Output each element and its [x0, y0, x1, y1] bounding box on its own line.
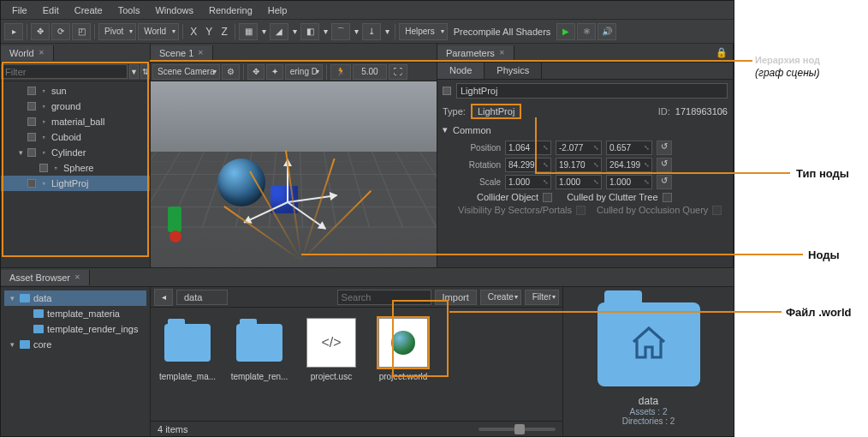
folder-tree-item[interactable]: ▾data [4, 290, 146, 306]
rotation-y[interactable]: 19.170 [556, 158, 602, 172]
cylinder-object[interactable] [168, 207, 181, 232]
collider-label: Collider Object [477, 192, 538, 202]
tab-parameters[interactable]: Parameters✕ [437, 45, 514, 61]
hierarchy-node[interactable]: ▾▫Cylinder [1, 145, 150, 160]
scale-tool[interactable]: ◰ [72, 23, 91, 40]
menu-rendering[interactable]: Rendering [201, 3, 260, 18]
occlusion-checkbox[interactable] [712, 206, 722, 215]
scale-z[interactable]: 1.000 [606, 175, 652, 189]
browser-filter[interactable]: Filter [525, 290, 559, 305]
hierarchy-node[interactable]: ▫ground [1, 99, 150, 114]
physics-icon[interactable]: ⚛ [577, 23, 596, 40]
hierarchy-node[interactable]: ▫LightProj [1, 176, 150, 191]
move-icon[interactable]: ✥ [247, 64, 265, 80]
rotation-label: Rotation [456, 160, 501, 170]
axis-x[interactable]: X [187, 26, 200, 38]
close-icon[interactable]: ✕ [74, 273, 80, 281]
reset-rotation[interactable]: ↺ [657, 158, 672, 172]
browser-tree[interactable]: ▾datatemplate_materiatemplate_render_ing… [1, 287, 151, 436]
breadcrumb[interactable]: data [176, 290, 228, 305]
close-icon[interactable]: ✕ [499, 49, 505, 57]
browser-search[interactable] [337, 290, 431, 305]
section-common[interactable]: Common [453, 125, 491, 135]
hierarchy-tree[interactable]: ▫sun ▫ground ▫material_ball ▫Cuboid▾▫Cyl… [1, 81, 150, 267]
folder-tree-item[interactable]: template_render_ings [4, 321, 146, 337]
asset-item[interactable]: template_ren... [229, 318, 289, 410]
drop-tool[interactable]: ⤓ [362, 23, 381, 40]
folder-tree-item[interactable]: template_materia [4, 306, 146, 321]
snap-surface[interactable]: ⌒ [331, 23, 350, 40]
sectors-checkbox[interactable] [576, 206, 586, 215]
lock-icon[interactable]: 🔒 [716, 47, 728, 58]
render-mode[interactable]: ering D [285, 64, 323, 80]
run-icon[interactable]: 🏃 [330, 64, 351, 80]
snap-scale[interactable]: ◧ [300, 23, 319, 40]
camera-speed[interactable]: 5.00 [353, 64, 387, 80]
reset-scale[interactable]: ↺ [657, 175, 672, 189]
hierarchy-node[interactable]: ▫material_ball [1, 114, 150, 129]
tab-scene[interactable]: Scene 1✕ [151, 45, 213, 61]
sound-icon[interactable]: 🔊 [597, 23, 616, 40]
menu-tools[interactable]: Tools [110, 3, 148, 18]
folder-tree-item[interactable]: ▾core [4, 337, 146, 352]
asset-item[interactable]: template_ma... [158, 318, 217, 410]
position-y[interactable]: -2.077 [556, 141, 602, 155]
close-icon[interactable]: ✕ [198, 49, 204, 57]
anno-hierarchy: Иерархия нод(граф сцены) [755, 53, 820, 79]
rotation-z[interactable]: 264.199 [606, 158, 652, 172]
close-icon[interactable]: ✕ [39, 49, 45, 57]
menu-windows[interactable]: Windows [147, 3, 201, 18]
thumbnail-slider[interactable] [479, 428, 556, 431]
material-ball-object[interactable] [217, 159, 265, 207]
collider-checkbox[interactable] [543, 193, 552, 202]
node-name-field[interactable] [456, 83, 728, 99]
snap-angle[interactable]: ◢ [270, 23, 288, 40]
hierarchy-node[interactable]: ▫sun [1, 83, 150, 99]
asset-item[interactable]: </>project.usc [301, 318, 361, 410]
axis-z[interactable]: Z [217, 26, 231, 38]
gear-icon[interactable]: ⚙ [222, 64, 240, 80]
filter-icon[interactable]: ▼ [129, 64, 139, 79]
rotation-x[interactable]: 84.299 [505, 158, 551, 172]
back-button[interactable]: ◂ [154, 289, 173, 306]
play-button[interactable]: ▶ [556, 23, 575, 40]
tab-world[interactable]: World✕ [1, 45, 54, 61]
subtab-physics[interactable]: Physics [485, 63, 542, 79]
chevron-down-icon[interactable]: ▾ [443, 124, 448, 135]
precompile-shaders[interactable]: Precompile All Shaders [449, 27, 556, 37]
create-button[interactable]: Create [480, 290, 521, 305]
hierarchy-node[interactable]: ▫Sphere [1, 160, 150, 176]
subtab-node[interactable]: Node [437, 63, 485, 79]
hierarchy-filter[interactable] [1, 64, 128, 79]
light-icon[interactable]: ✦ [266, 64, 283, 80]
snap-grid[interactable]: ▦ [239, 23, 258, 40]
expand-icon[interactable]: ⛶ [389, 64, 407, 80]
scale-y[interactable]: 1.000 [556, 175, 602, 189]
world-select[interactable]: World [138, 23, 179, 40]
menu-file[interactable]: File [4, 3, 35, 18]
enable-checkbox[interactable] [443, 87, 451, 95]
sort-icon[interactable]: ⇅ [140, 64, 150, 79]
sphere-object[interactable] [169, 230, 181, 242]
camera-select[interactable]: Scene Camera [152, 64, 220, 80]
tab-asset-browser[interactable]: Asset Browser✕ [1, 270, 90, 285]
rotate-tool[interactable]: ⟳ [51, 23, 70, 40]
reset-position[interactable]: ↺ [657, 141, 672, 155]
clutter-checkbox[interactable] [663, 193, 672, 202]
helpers-menu[interactable]: Helpers [399, 23, 447, 40]
menu-create[interactable]: Create [67, 3, 110, 18]
axis-y[interactable]: Y [202, 26, 216, 38]
asset-item[interactable]: project.world [373, 318, 433, 410]
move-tool[interactable]: ✥ [31, 23, 50, 40]
pivot-select[interactable]: Pivot [98, 23, 136, 40]
scale-label: Scale [456, 177, 501, 187]
hierarchy-node[interactable]: ▫Cuboid [1, 129, 150, 145]
menu-help[interactable]: Help [260, 3, 295, 18]
select-tool[interactable]: ▸ [4, 23, 23, 40]
menu-edit[interactable]: Edit [35, 3, 67, 18]
position-z[interactable]: 0.657 [606, 141, 652, 155]
viewport-3d[interactable] [151, 81, 437, 267]
import-button[interactable]: Import [435, 290, 477, 305]
position-x[interactable]: 1.064 [505, 141, 551, 155]
scale-x[interactable]: 1.000 [505, 175, 551, 189]
